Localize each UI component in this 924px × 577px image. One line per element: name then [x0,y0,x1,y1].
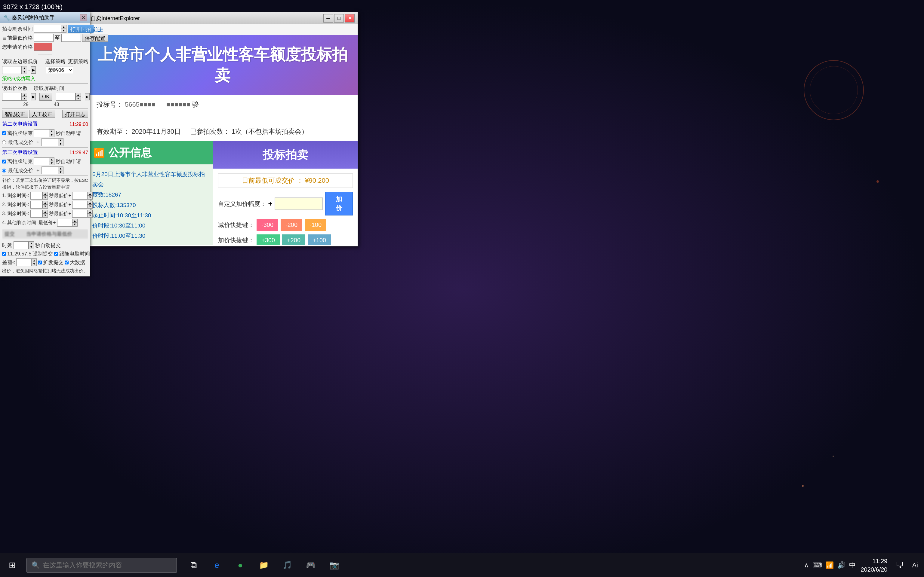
taskbar-volume-icon[interactable]: 🔊 [837,561,845,569]
tool-titlebar-title: 🔧 秦风沪牌抢拍助手 [3,14,55,21]
submit-row1-add[interactable]: 400 [72,192,87,200]
plus100-btn[interactable]: +100 [308,234,331,245]
left-min-right[interactable]: ▶ [31,66,36,74]
screen-resolution: 3072 x 1728 (100%) [3,3,63,11]
auction-left-title: 公开信息 [108,145,152,160]
read-out-down[interactable]: ▼ [22,97,27,100]
submit-row3-time[interactable]: 9 [31,210,42,218]
taskbar-time[interactable]: 11:29 2020/6/20 [861,557,887,574]
ai-label[interactable]: Ai [912,561,918,569]
second-leave-input[interactable]: 60 [34,129,49,137]
taskbar-app-camera[interactable]: 📷 [324,555,345,576]
min-price-colon: ： [297,177,303,184]
participated-label: 已参拍次数： [190,128,230,135]
second-step-input[interactable]: 300 [42,138,58,146]
strategy-row: 90200 ▲ ▼ · ▶ 策略06 [2,66,88,74]
start-button[interactable]: ⊞ [0,553,24,577]
taskbar-app-chrome[interactable]: ● [230,555,251,576]
plus200-btn[interactable]: +200 [282,234,305,245]
force-submit-checkbox[interactable] [2,252,6,256]
ie-minimize-btn[interactable]: ─ [323,14,333,23]
notification-icon: 🗨 [896,561,903,570]
separator: ──── [2,52,88,57]
ok-btn[interactable]: OK [39,93,52,101]
submit-row4-add[interactable]: 700 [57,219,72,227]
submit-row1-time[interactable]: 5 [31,192,42,200]
third-min-radio[interactable] [2,169,6,172]
screen-time-down[interactable]: ▼ [76,97,81,100]
taskbar-lang-icon[interactable]: 中 [849,561,856,570]
taskbar-up-arrow-icon[interactable]: ∧ [804,561,809,569]
open-national-btn[interactable]: 打开国拍 [68,25,94,33]
auction-min-price: 日前最低可成交价 ： ¥90,200 [218,173,353,188]
taskbar-app-media1[interactable]: 🎵 [277,555,298,576]
tool-close-btn[interactable]: ✕ [80,14,87,21]
save-config-btn[interactable]: 保存配置 [82,34,108,42]
submit-row2-add[interactable]: 500 [72,201,87,209]
third-step-input[interactable]: 800 [42,166,58,174]
taskbar-app-explorer[interactable]: 📁 [253,555,274,576]
submit-row3-add[interactable]: 600 [72,210,87,218]
manual-correct-btn[interactable]: 人工校正 [29,110,55,118]
divider2 [2,108,88,109]
big-data-checkbox[interactable] [65,261,69,264]
delay-input[interactable]: 0.2 [13,241,29,249]
third-leave-up[interactable]: ▲ [49,158,54,161]
taskbar-notification-btn[interactable]: 🗨 [892,558,907,573]
diff-input[interactable]: 500 [16,258,31,266]
read-out-input[interactable] [2,93,22,101]
plus300-btn[interactable]: +300 [257,234,280,245]
strategy-select[interactable]: 策略06 [46,66,73,74]
screen-time-right-btn[interactable]: ▶ [85,93,90,100]
ie-maximize-btn[interactable]: □ [334,14,344,23]
minus200-btn[interactable]: -200 [281,219,302,231]
current-min-to[interactable]: 90500 [61,34,81,42]
minus300-btn[interactable]: -300 [257,219,278,231]
current-min-from[interactable]: 90200 [34,34,53,42]
auction-left-panel: 📶 公开信息 6月20日上海市个人非营业性客车额度投标拍卖会 度数:18267 … [87,141,213,245]
left-min-input[interactable]: 90200 [2,66,22,74]
taskbar-network-icon[interactable]: 📶 [825,561,834,569]
third-step-up[interactable]: ▲ [58,167,63,171]
smart-correct-btn[interactable]: 智能校正 [2,110,28,118]
second-leave-checkbox[interactable] [2,131,6,135]
auction-time-input[interactable]: 00:00:17 [34,25,61,33]
minus100-btn[interactable]: -100 [305,219,326,231]
auction-time-up[interactable]: ▲ [61,25,66,29]
delay-unit: 秒自动提交 [35,242,61,249]
screen-time-input[interactable] [56,93,76,101]
submit-row2-time[interactable]: 7 [31,201,42,209]
read-out-btn[interactable]: ▶ [31,93,36,100]
plus-keys-label: 加价快捷键： [218,236,254,244]
taskbar-keyboard-icon[interactable]: ⌨ [813,561,822,569]
left-min-spinbox: 90200 ▲ ▼ · ▶ [2,66,36,74]
third-leave-checkbox[interactable] [2,160,6,163]
screen-time-up[interactable]: ▲ [76,93,81,97]
third-step-down[interactable]: ▼ [58,171,63,174]
spread-submit-checkbox[interactable] [38,261,42,264]
auction-time-down[interactable]: ▼ [61,29,66,32]
custom-add-input[interactable] [275,197,323,210]
second-leave-down[interactable]: ▼ [49,133,54,137]
left-min-up[interactable]: ▲ [22,66,27,70]
second-step-down[interactable]: ▼ [58,142,63,146]
taskbar-search-box[interactable]: 🔍 [26,558,177,573]
ie-close-btn[interactable]: ✕ [345,14,355,23]
third-leave-input[interactable]: 13 [34,158,49,165]
submit-row4-add-spinbox: 700 ▲ ▼ [57,219,78,227]
left-min-down[interactable]: ▼ [22,70,27,74]
second-step-up[interactable]: ▲ [58,139,63,142]
add-price-btn[interactable]: 加 价 [325,192,353,216]
open-log-btn[interactable]: 打开日志 [62,110,88,118]
your-price-input[interactable] [34,43,52,51]
tool-body: 拍卖剩余时间 00:00:17 ▲ ▼ 打开国拍 目前最低价格 90200 至 … [0,23,90,276]
read-out-up[interactable]: ▲ [22,93,27,97]
taskbar-app-taskview[interactable]: ⧉ [183,555,204,576]
second-leave-up[interactable]: ▲ [49,129,54,133]
taskbar-app-media2[interactable]: 🎮 [300,555,321,576]
search-input[interactable] [43,561,163,569]
second-min-radio[interactable] [2,140,6,144]
follow-computer-checkbox[interactable] [54,252,58,256]
taskbar-app-ie[interactable]: e [206,555,228,576]
third-leave-down[interactable]: ▼ [49,161,54,165]
